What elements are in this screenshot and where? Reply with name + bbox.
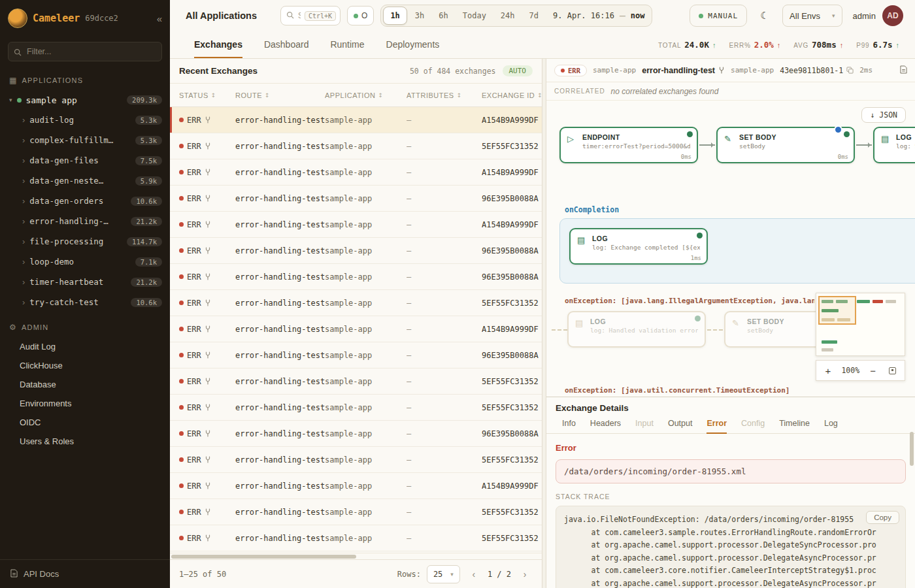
sidebar-route-try-catch-test[interactable]: › try-catch-test 10.6k — [0, 292, 170, 312]
route-cell: error-handling-test — [235, 482, 325, 491]
column-header-exchange-id[interactable]: EXCHANGE ID ↕ — [482, 91, 542, 99]
date-range-start[interactable]: 9. Apr. 16:16 — [553, 11, 614, 20]
exchange-row[interactable]: ERR error-handling-test sample-app — 96E… — [170, 238, 542, 264]
column-label: ROUTE — [235, 91, 262, 99]
copy-icon[interactable] — [846, 67, 854, 74]
time-range-1h[interactable]: 1h — [383, 7, 407, 25]
sidebar-admin-database[interactable]: Database — [0, 375, 170, 394]
sidebar-route-data-gen-orders[interactable]: › data-gen-orders 10.6k — [0, 191, 170, 211]
sidebar-collapse-button[interactable]: « — [157, 13, 162, 24]
flow-node-log[interactable]: ▤ LOG log: Handled validation error: ${e… — [567, 311, 706, 348]
exchange-row[interactable]: ERR error-handling-test sample-app — 5EF… — [170, 290, 542, 316]
search-input[interactable]: S... Ctrl+K — [280, 6, 341, 25]
next-page-button[interactable]: › — [517, 566, 533, 582]
flow-node-log[interactable]: ▤ LOG log: Sta — [873, 127, 915, 163]
user-avatar[interactable]: AD — [882, 5, 903, 26]
exchange-row[interactable]: ERR error-handling-test sample-app — 5EF… — [170, 368, 542, 395]
sidebar-admin-environments[interactable]: Environments — [0, 394, 170, 413]
exchange-row[interactable]: ERR error-handling-test sample-app — 5EF… — [170, 395, 542, 421]
node-title: LOG — [896, 133, 915, 141]
toggle-status-dot — [354, 14, 358, 18]
sidebar-route-loop-demo[interactable]: › loop-demo 7.1k — [0, 252, 170, 272]
error-dot — [179, 379, 184, 384]
app-count-badge: 209.3k — [127, 95, 162, 105]
exchange-row[interactable]: ERR error-handling-test sample-app — 96E… — [170, 342, 542, 368]
environment-select[interactable]: All Envs ▾ — [782, 5, 842, 27]
tab-exchanges[interactable]: Exchanges — [194, 31, 242, 58]
route-flow-canvas[interactable]: ↓ JSON onCompletion ▤ LOG log: Exchange … — [546, 101, 915, 397]
exchange-row[interactable]: ERR error-handling-test sample-app — A15… — [170, 107, 542, 133]
details-tab-timeline[interactable]: Timeline — [779, 416, 810, 434]
errors-only-toggle[interactable]: O — [347, 6, 374, 25]
exchange-row[interactable]: ERR error-handling-test sample-app — 96E… — [170, 421, 542, 447]
details-tab-output[interactable]: Output — [668, 416, 693, 434]
details-tab-headers[interactable]: Headers — [590, 416, 621, 434]
sidebar-route-file-processing[interactable]: › file-processing 114.7k — [0, 231, 170, 252]
dark-mode-toggle[interactable]: ☾ — [754, 5, 776, 27]
details-tab-error[interactable]: Error — [707, 416, 727, 434]
sidebar-filter-input[interactable] — [8, 42, 162, 61]
date-range-end[interactable]: now — [631, 11, 645, 20]
flow-node-log[interactable]: ▤ LOG log: Exchange completed [${exchan … — [569, 228, 708, 265]
horizontal-scrollbar-thumb[interactable] — [171, 555, 356, 559]
exchange-row[interactable]: ERR error-handling-test sample-app — 96E… — [170, 264, 542, 290]
zoom-out-button[interactable]: − — [867, 364, 880, 377]
download-json-button[interactable]: ↓ JSON — [861, 107, 906, 123]
rows-per-page-select[interactable]: 25 ▾ — [427, 565, 460, 583]
details-tab-info[interactable]: Info — [562, 416, 576, 434]
details-tab-input[interactable]: Input — [635, 416, 654, 434]
sidebar-route-complex-fulfillm[interactable]: › complex-fulfillm… 5.3k — [0, 130, 170, 150]
sidebar-admin-audit-log[interactable]: Audit Log — [0, 337, 170, 356]
document-icon[interactable] — [900, 65, 907, 76]
sidebar-admin-clickhouse[interactable]: ClickHouse — [0, 356, 170, 375]
sidebar-app-sample-app[interactable]: ▾ sample app 209.3k — [0, 90, 170, 110]
column-header-application[interactable]: APPLICATION ↕ — [325, 91, 407, 99]
tab-runtime[interactable]: Runtime — [330, 31, 364, 58]
column-header-route[interactable]: ROUTE ↕ — [235, 91, 325, 99]
exchange-row[interactable]: ERR error-handling-test sample-app — A15… — [170, 473, 542, 499]
minimap-viewport[interactable] — [818, 296, 856, 325]
fit-view-button[interactable] — [886, 364, 899, 377]
time-range-7d[interactable]: 7d — [523, 7, 545, 25]
exchange-row[interactable]: ERR error-handling-test sample-app — A15… — [170, 212, 542, 238]
sidebar-admin-users-roles[interactable]: Users & Roles — [0, 432, 170, 451]
details-tab-config[interactable]: Config — [741, 416, 765, 434]
time-range-24h[interactable]: 24h — [494, 7, 522, 25]
exchange-row[interactable]: ERR error-handling-test sample-app — A15… — [170, 159, 542, 186]
sidebar-route-audit-log[interactable]: › audit-log 5.3k — [0, 110, 170, 130]
sidebar-route-timer-heartbeat[interactable]: › timer-heartbeat 21.2k — [0, 272, 170, 292]
tab-deployments[interactable]: Deployments — [386, 31, 440, 58]
flow-node-set-body[interactable]: ✎ SET BODY setBody 0ms — [716, 127, 855, 163]
flow-node-endpoint[interactable]: ▷ ENDPOINT timer:errorTest?period=5000&d… — [559, 127, 698, 163]
exchange-id-cell: 96E395B0088A — [482, 246, 542, 255]
refresh-mode-button[interactable]: MANUAL — [690, 5, 747, 27]
exchange-row[interactable]: ERR error-handling-test sample-app — 96E… — [170, 186, 542, 212]
exchange-row[interactable]: ERR error-handling-test sample-app — 5EF… — [170, 133, 542, 159]
stat-label: ERR% — [729, 42, 750, 49]
application-cell: sample-app — [325, 429, 407, 438]
sidebar-admin-oidc[interactable]: OIDC — [0, 413, 170, 432]
exchange-row[interactable]: ERR error-handling-test sample-app — 5EF… — [170, 499, 542, 525]
route-count-badge: 7.5k — [135, 156, 162, 165]
tab-dashboard[interactable]: Dashboard — [264, 31, 309, 58]
horizontal-scrollbar[interactable] — [170, 553, 542, 559]
prev-page-button[interactable]: ‹ — [466, 566, 482, 582]
api-docs-link[interactable]: API Docs — [0, 559, 170, 588]
time-range-today[interactable]: Today — [456, 7, 493, 25]
sidebar-route-data-gen-files[interactable]: › data-gen-files 7.5k — [0, 150, 170, 171]
exchange-row[interactable]: ERR error-handling-test sample-app — 5EF… — [170, 525, 542, 551]
time-range-3h[interactable]: 3h — [408, 7, 431, 25]
time-range-6h[interactable]: 6h — [432, 7, 454, 25]
column-header-attributes[interactable]: ATTRIBUTES ↕ — [407, 91, 482, 99]
flow-minimap[interactable] — [816, 293, 905, 356]
zoom-in-button[interactable]: + — [822, 364, 835, 377]
sidebar-route-error-handling[interactable]: › error-handling-… 21.2k — [0, 211, 170, 231]
column-header-status[interactable]: STATUS ↕ — [179, 91, 235, 99]
exchange-row[interactable]: ERR error-handling-test sample-app — 5EF… — [170, 447, 542, 473]
details-tab-log[interactable]: Log — [824, 416, 838, 434]
sidebar-route-data-gen-neste[interactable]: › data-gen-neste… 5.9k — [0, 171, 170, 191]
exchange-row[interactable]: ERR error-handling-test sample-app — A15… — [170, 316, 542, 342]
copy-button[interactable]: Copy — [866, 511, 899, 524]
auto-refresh-badge[interactable]: AUTO — [503, 65, 533, 76]
vertical-scrollbar-thumb[interactable] — [910, 432, 914, 466]
